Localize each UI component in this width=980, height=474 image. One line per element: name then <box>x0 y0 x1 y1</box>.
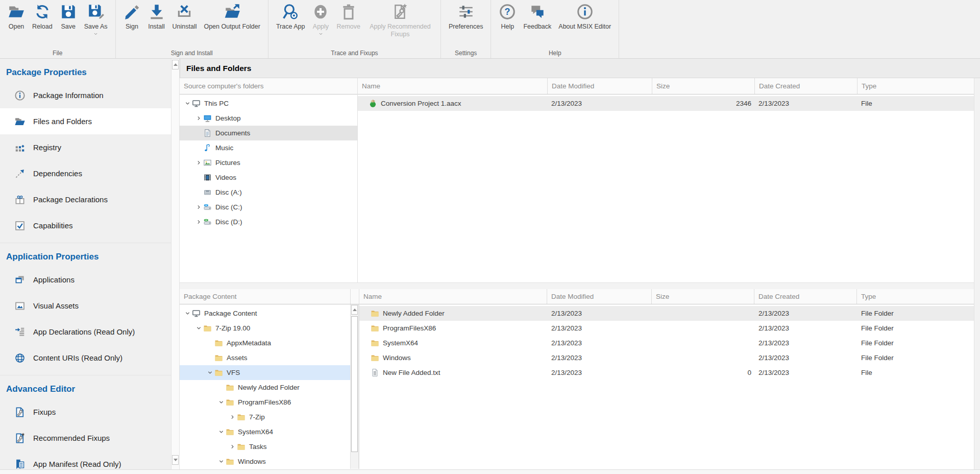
chevron-closed-icon[interactable] <box>196 219 202 225</box>
feedback-button[interactable]: Feedback <box>520 0 555 31</box>
reload-button[interactable]: Reload <box>29 0 56 31</box>
install-button[interactable]: Install <box>144 0 169 31</box>
chevron-open-icon[interactable] <box>207 370 213 375</box>
tree-item-windows[interactable]: Windows <box>180 454 350 469</box>
tree-item-disc-d[interactable]: Disc (D:) <box>180 215 357 229</box>
sidebar-item-package-declarations[interactable]: Package Declarations <box>0 186 171 212</box>
sidebar-item-visual-assets[interactable]: Visual Assets <box>0 293 171 319</box>
expand-toggle[interactable] <box>205 370 214 375</box>
file-row-programfilesx86[interactable]: ProgramFilesX862/13/20232/13/2023File Fo… <box>359 321 974 336</box>
chevron-closed-icon[interactable] <box>196 160 202 165</box>
sidebar-item-applications[interactable]: Applications <box>0 267 171 293</box>
expand-toggle[interactable] <box>216 459 226 464</box>
expand-toggle[interactable] <box>194 325 203 331</box>
tree-item-assets[interactable]: Assets <box>180 350 350 365</box>
chevron-closed-icon[interactable] <box>196 115 202 121</box>
column-header-type[interactable]: Type <box>857 78 974 94</box>
tree-item-tasks[interactable]: Tasks <box>180 439 350 454</box>
sidebar-item-files-and-folders[interactable]: Files and Folders <box>0 108 171 134</box>
preferences-button[interactable]: Preferences <box>445 0 486 31</box>
tree-item-music[interactable]: Music <box>180 140 357 155</box>
sidebar-item-dependencies[interactable]: Dependencies <box>0 160 171 186</box>
expand-toggle[interactable] <box>183 311 192 316</box>
reload-icon <box>34 3 51 20</box>
expand-toggle[interactable] <box>194 160 203 165</box>
tree-item-appxmetadata[interactable]: AppxMetadata <box>180 336 350 350</box>
column-header-name[interactable]: Name <box>357 78 547 94</box>
column-header-date-created[interactable]: Date Created <box>754 289 856 304</box>
window-bottom-edge <box>0 469 980 474</box>
sidebar-item-package-information[interactable]: Package Information <box>0 82 171 108</box>
chevron-closed-icon[interactable] <box>230 414 235 420</box>
column-header-size[interactable]: Size <box>651 289 754 304</box>
tree-item-this-pc[interactable]: This PC <box>180 96 357 111</box>
file-row-new-file-added-txt[interactable]: New File Added.txt2/13/202302/13/2023Fil… <box>359 365 974 380</box>
column-header-date-created[interactable]: Date Created <box>754 78 857 94</box>
open-button[interactable]: Open <box>4 0 29 31</box>
column-header-date-modified[interactable]: Date Modified <box>547 289 651 304</box>
sidebar-item-recommended-fixups[interactable]: Recommended Fixups <box>0 425 171 451</box>
sidebar-scroll-up-button[interactable] <box>172 60 179 69</box>
chevron-open-icon[interactable] <box>218 459 224 464</box>
file-row-newly-added-folder[interactable]: Newly Added Folder2/13/20232/13/2023File… <box>359 306 974 321</box>
remove-icon <box>340 3 357 20</box>
tree-item-videos[interactable]: Videos <box>180 170 357 185</box>
save-as-button[interactable]: Save As <box>81 0 111 36</box>
tree-item-documents[interactable]: Documents <box>180 126 357 140</box>
expand-toggle[interactable] <box>194 219 203 225</box>
tree-item-newly-added-folder[interactable]: Newly Added Folder <box>180 380 350 395</box>
chevron-closed-icon[interactable] <box>196 204 202 210</box>
expand-toggle[interactable] <box>228 414 237 420</box>
about-msix-editor-button[interactable]: About MSIX Editor <box>555 0 615 31</box>
chevron-closed-icon[interactable] <box>230 444 235 449</box>
tree-item-disc-c[interactable]: Disc (C:) <box>180 200 357 215</box>
tree-item-disc-a[interactable]: Disc (A:) <box>180 185 357 200</box>
expand-toggle[interactable] <box>183 101 192 106</box>
package-tree-scroll-up-button[interactable] <box>351 305 358 315</box>
uninstall-button[interactable]: Uninstall <box>169 0 201 31</box>
tree-item-7-zip[interactable]: 7-Zip <box>180 410 350 424</box>
column-header-type[interactable]: Type <box>856 289 973 304</box>
tree-item-vfs[interactable]: VFS <box>180 365 350 380</box>
column-header-date-modified[interactable]: Date Modified <box>547 78 652 94</box>
tree-item-desktop[interactable]: Desktop <box>180 111 357 126</box>
sign-button[interactable]: Sign <box>120 0 144 31</box>
expand-toggle[interactable] <box>194 204 203 210</box>
expand-toggle[interactable] <box>216 399 226 405</box>
dropdown-chevron-icon[interactable] <box>93 32 99 36</box>
sidebar-item-registry[interactable]: Registry <box>0 134 171 160</box>
expand-toggle[interactable] <box>194 115 203 121</box>
trace-app-button[interactable]: Trace App <box>273 0 309 31</box>
file-row-conversion-project-1-aacx[interactable]: Conversion Project 1.aacx2/13/202323462/… <box>357 96 974 111</box>
expand-toggle[interactable] <box>228 444 237 449</box>
help-button[interactable]: Help <box>495 0 520 31</box>
sidebar-scrollbar[interactable] <box>171 59 180 469</box>
package-tree-scroll-thumb[interactable] <box>351 316 358 452</box>
tree-item-programfilesx86[interactable]: ProgramFilesX86 <box>180 395 350 410</box>
tree-item-pictures[interactable]: Pictures <box>180 155 357 170</box>
sidebar-scroll-down-button[interactable] <box>172 455 179 465</box>
tree-item-7-zip-19-00[interactable]: 7-Zip 19.00 <box>180 321 350 336</box>
chevron-open-icon[interactable] <box>218 429 224 435</box>
expand-toggle[interactable] <box>216 429 226 435</box>
sidebar-item-app-manifest-read-only[interactable]: App Manifest (Read Only) <box>0 451 171 469</box>
tree-item-package-content[interactable]: Package Content <box>180 306 350 321</box>
chevron-open-icon[interactable] <box>196 325 202 331</box>
open-output-folder-button[interactable]: Open Output Folder <box>200 0 263 31</box>
file-row-systemx64[interactable]: SystemX642/13/20232/13/2023File Folder <box>359 336 974 350</box>
sidebar-item-app-declarations-read-only[interactable]: App Declarations (Read Only) <box>0 319 171 345</box>
right-scrollbar-gutter[interactable] <box>974 78 980 469</box>
chevron-open-icon[interactable] <box>185 311 190 316</box>
file-row-windows[interactable]: Windows2/13/20232/13/2023File Folder <box>359 350 974 365</box>
package-tree-scrollbar[interactable] <box>350 304 359 469</box>
chevron-open-icon[interactable] <box>185 101 190 106</box>
sidebar-item-fixups[interactable]: Fixups <box>0 399 171 425</box>
sidebar-item-capabilities[interactable]: Capabilities <box>0 212 171 239</box>
sidebar-item-content-uris-read-only[interactable]: Content URIs (Read Only) <box>0 345 171 371</box>
sidebar-section-package-properties: Package PropertiesPackage InformationFil… <box>0 59 171 243</box>
tree-item-systemx64[interactable]: SystemX64 <box>180 424 350 439</box>
chevron-open-icon[interactable] <box>218 399 224 405</box>
column-header-name[interactable]: Name <box>359 289 547 304</box>
column-header-size[interactable]: Size <box>652 78 754 94</box>
save-button[interactable]: Save <box>56 0 81 31</box>
